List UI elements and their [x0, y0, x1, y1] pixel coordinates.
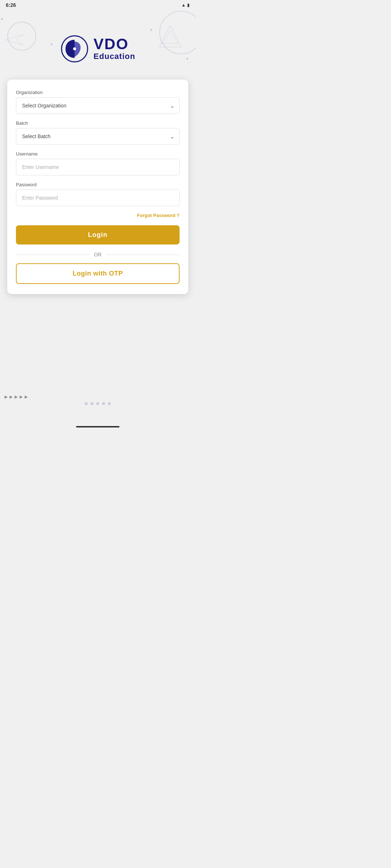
nav-bar	[76, 426, 119, 427]
username-field-group: Username	[16, 151, 180, 175]
password-input[interactable]	[16, 190, 180, 206]
logo-container: VDO Education	[60, 34, 135, 63]
bottom-navigation	[0, 420, 196, 434]
batch-select[interactable]: Select Batch	[16, 128, 180, 145]
logo-vdo-text: VDO	[93, 37, 135, 52]
or-text: OR	[94, 252, 102, 258]
svg-point-3	[73, 47, 76, 50]
username-input[interactable]	[16, 159, 180, 175]
bottom-dot-5	[108, 402, 111, 405]
logo-area: VDO Education	[0, 11, 196, 87]
bottom-dot-3	[96, 402, 99, 405]
status-icons: ▲ ▮	[181, 3, 190, 8]
wifi-icon: ▲	[181, 3, 186, 8]
login-card: Organization Select Organization ⌄ Batch…	[7, 80, 188, 294]
organization-field-group: Organization Select Organization ⌄	[16, 90, 180, 114]
or-divider: OR	[16, 252, 180, 258]
organization-select-wrapper: Select Organization ⌄	[16, 97, 180, 114]
password-field-group: Password	[16, 182, 180, 206]
logo-education-text: Education	[93, 52, 135, 61]
play-arrows: ►►►►►	[4, 394, 29, 400]
username-label: Username	[16, 151, 180, 157]
login-button[interactable]: Login	[16, 225, 180, 244]
organization-select[interactable]: Select Organization	[16, 97, 180, 114]
batch-field-group: Batch Select Batch ⌄	[16, 120, 180, 145]
or-line-left	[16, 255, 90, 255]
status-time: 6:26	[6, 2, 16, 8]
forgot-password-row: Forgot Password ?	[16, 213, 180, 218]
or-line-right	[106, 255, 180, 255]
password-label: Password	[16, 182, 180, 187]
batch-label: Batch	[16, 120, 180, 126]
status-bar: 6:26 ▲ ▮	[0, 0, 196, 10]
batch-select-wrapper: Select Batch ⌄	[16, 128, 180, 145]
bottom-dot-4	[102, 402, 105, 405]
battery-icon: ▮	[187, 3, 190, 8]
organization-label: Organization	[16, 90, 180, 95]
bottom-dot-1	[85, 402, 88, 405]
logo-icon	[60, 34, 89, 63]
forgot-password-link[interactable]: Forgot Password ?	[137, 213, 180, 218]
bottom-dots	[0, 402, 196, 405]
logo-text: VDO Education	[93, 37, 135, 61]
bottom-dot-2	[91, 402, 93, 405]
otp-login-button[interactable]: Login with OTP	[16, 263, 180, 284]
